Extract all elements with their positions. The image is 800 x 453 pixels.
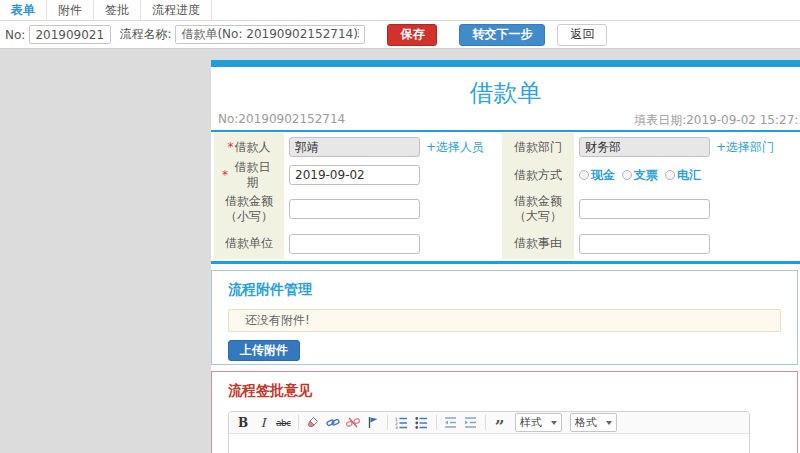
approval-title: 流程签批意见 — [228, 382, 781, 400]
loan-method-label: 借款方式 — [502, 161, 574, 189]
save-button[interactable]: 保存 — [387, 24, 437, 46]
command-bar: No: 流程名称: 保存 转交下一步 返回 — [0, 21, 800, 48]
styles-combo[interactable]: 样式 — [515, 413, 562, 432]
borrower-input[interactable] — [289, 137, 420, 157]
process-name-label: 流程名称: — [119, 26, 171, 43]
amount-uppercase-input[interactable] — [579, 199, 710, 219]
document-number: No:20190902152714 — [218, 112, 345, 126]
loan-method-radios: 现金 支票 电汇 — [579, 167, 701, 184]
toolbar-separator — [387, 415, 388, 430]
bold-icon[interactable]: B — [236, 415, 250, 431]
department-input[interactable] — [579, 137, 710, 157]
form-meta-row: No:20190902152714 填表日期:2019-09-02 15:27:… — [211, 112, 800, 128]
amount-lowercase-cell — [284, 189, 502, 228]
tab-bar: 表单 附件 签批 流程进度 — [0, 0, 800, 21]
editor-content-area[interactable] — [229, 434, 749, 453]
accent-divider — [211, 130, 800, 132]
attachments-title: 流程附件管理 — [228, 281, 781, 299]
loan-unit-label: 借款单位 — [214, 228, 284, 259]
tab-process-progress[interactable]: 流程进度 — [141, 0, 212, 20]
no-input[interactable] — [29, 25, 111, 44]
amount-lowercase-input[interactable] — [289, 199, 420, 219]
borrower-label: *借款人 — [214, 133, 284, 161]
required-mark: * — [228, 140, 234, 155]
anchor-flag-icon[interactable] — [366, 415, 380, 431]
forward-next-step-button[interactable]: 转交下一步 — [459, 24, 545, 46]
required-mark: * — [222, 168, 228, 183]
attachments-panel: 流程附件管理 还没有附件! 上传附件 — [211, 270, 798, 365]
tab-attachment[interactable]: 附件 — [47, 0, 94, 20]
page-title: 借款单 — [211, 67, 800, 112]
loan-date-label: *借款日期 — [214, 161, 284, 189]
bulleted-list-icon[interactable] — [415, 415, 429, 431]
header: 表单 附件 签批 流程进度 No: 流程名称: 保存 转交下一步 返回 — [0, 0, 800, 49]
indent-icon[interactable] — [464, 415, 478, 431]
unlink-icon[interactable] — [346, 415, 360, 431]
loan-date-input[interactable] — [289, 165, 420, 185]
loan-unit-cell — [284, 228, 502, 259]
no-label: No: — [5, 28, 25, 42]
remove-format-icon[interactable] — [306, 415, 320, 431]
select-department-link[interactable]: +选择部门 — [716, 139, 774, 156]
chevron-down-icon — [606, 421, 612, 425]
outdent-icon[interactable] — [444, 415, 458, 431]
radio-cash[interactable]: 现金 — [579, 167, 615, 184]
rich-text-editor: B I abc 123 — [228, 411, 750, 453]
loan-method-cell: 现金 支票 电汇 — [574, 161, 797, 189]
loan-reason-cell — [574, 228, 797, 259]
tab-approval[interactable]: 签批 — [94, 0, 141, 20]
no-attachments-alert: 还没有附件! — [228, 309, 781, 332]
fill-date: 填表日期:2019-09-02 15:27:1 — [634, 112, 800, 129]
form-table: *借款人 +选择人员 借款部门 +选择部门 *借款日期 借款方式 现金 支票 电… — [214, 133, 797, 259]
department-label: 借款部门 — [502, 133, 574, 161]
process-name-input[interactable] — [175, 25, 365, 44]
back-button[interactable]: 返回 — [557, 24, 607, 46]
editor-toolbar: B I abc 123 — [229, 412, 749, 434]
chevron-down-icon — [551, 421, 557, 425]
accent-divider-bottom — [211, 261, 800, 264]
approval-panel: 流程签批意见 B I abc — [211, 371, 798, 453]
loan-date-cell — [284, 161, 502, 189]
radio-icon — [622, 170, 632, 180]
panel-top-accent-bar — [211, 60, 800, 67]
numbered-list-icon[interactable]: 123 — [395, 415, 409, 431]
amount-lowercase-label: 借款金额（小写） — [214, 189, 284, 228]
loan-reason-input[interactable] — [579, 234, 710, 254]
loan-reason-label: 借款事由 — [502, 228, 574, 259]
radio-icon — [579, 170, 589, 180]
loan-unit-input[interactable] — [289, 234, 420, 254]
italic-icon[interactable]: I — [256, 415, 270, 431]
strikethrough-icon[interactable]: abc — [276, 415, 291, 431]
tab-form[interactable]: 表单 — [0, 0, 47, 20]
amount-uppercase-cell — [574, 189, 797, 228]
blockquote-icon[interactable]: ” — [493, 415, 507, 431]
amount-uppercase-label: 借款金额（大写） — [502, 189, 574, 228]
borrower-cell: +选择人员 — [284, 133, 502, 161]
toolbar-separator — [436, 415, 437, 430]
format-combo[interactable]: 格式 — [570, 413, 617, 432]
svg-text:3: 3 — [395, 425, 398, 429]
main-panel: 借款单 No:20190902152714 填表日期:2019-09-02 15… — [211, 60, 800, 453]
toolbar-separator — [298, 415, 299, 430]
select-person-link[interactable]: +选择人员 — [426, 139, 484, 156]
upload-attachment-button[interactable]: 上传附件 — [228, 340, 300, 361]
page: { "tabs": [ { "label": "表单", "active": t… — [0, 0, 800, 453]
radio-wire-transfer[interactable]: 电汇 — [665, 167, 701, 184]
department-cell: +选择部门 — [574, 133, 797, 161]
link-icon[interactable] — [326, 415, 340, 431]
radio-cheque[interactable]: 支票 — [622, 167, 658, 184]
toolbar-separator — [485, 415, 486, 430]
radio-icon — [665, 170, 675, 180]
